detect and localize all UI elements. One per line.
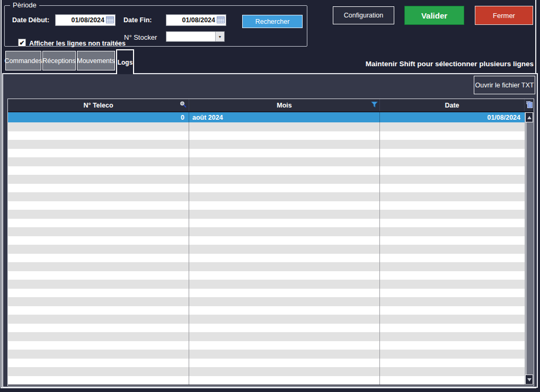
tab-mouvements[interactable]: Mouvements bbox=[77, 51, 115, 70]
table-row-empty[interactable] bbox=[8, 262, 525, 271]
scroll-up-button[interactable] bbox=[525, 112, 533, 122]
table-cell bbox=[380, 122, 525, 131]
table-row-empty[interactable] bbox=[8, 245, 525, 254]
afficher-checkbox[interactable]: ✔ bbox=[18, 39, 26, 47]
grid-corner[interactable] bbox=[525, 99, 534, 111]
table-cell bbox=[8, 140, 189, 149]
column-header-date[interactable]: Date bbox=[380, 99, 525, 111]
calendar-icon[interactable] bbox=[217, 16, 225, 25]
table-cell bbox=[189, 210, 380, 219]
table-cell bbox=[189, 140, 380, 149]
table-row-empty[interactable] bbox=[8, 350, 525, 359]
table-cell bbox=[8, 219, 189, 228]
table-cell bbox=[189, 359, 380, 368]
table-cell bbox=[189, 166, 380, 175]
table-cell bbox=[8, 122, 189, 131]
table-cell bbox=[8, 157, 189, 166]
table-cell bbox=[380, 184, 525, 193]
table-row-empty[interactable] bbox=[8, 131, 525, 140]
table-row-empty[interactable] bbox=[8, 280, 525, 289]
table-cell bbox=[380, 192, 525, 201]
table-row-empty[interactable] bbox=[8, 367, 525, 376]
table-cell bbox=[380, 131, 525, 140]
table-row-empty[interactable] bbox=[8, 324, 525, 333]
table-row-empty[interactable] bbox=[8, 219, 525, 228]
table-cell bbox=[189, 184, 380, 193]
fermer-button[interactable]: Fermer bbox=[475, 6, 533, 25]
table-cell bbox=[189, 236, 380, 245]
table-row-empty[interactable] bbox=[8, 122, 525, 131]
table-cell bbox=[8, 271, 189, 280]
column-header-label: Date bbox=[445, 102, 459, 109]
column-header-label: N° Teleco bbox=[83, 102, 113, 109]
column-header-mois[interactable]: Mois bbox=[189, 99, 380, 111]
open-txt-button[interactable]: Ouvrir le fichier TXT bbox=[474, 76, 535, 94]
table-row-empty[interactable] bbox=[8, 332, 525, 341]
configuration-button[interactable]: Configuration bbox=[333, 6, 394, 24]
search-icon[interactable] bbox=[180, 101, 187, 110]
table-row-empty[interactable] bbox=[8, 166, 525, 175]
date-fin-input[interactable]: 01/08/2024 bbox=[166, 14, 226, 26]
tab-receptions[interactable]: Réceptions bbox=[42, 51, 76, 70]
table-cell bbox=[8, 175, 189, 184]
calendar-icon[interactable] bbox=[106, 16, 114, 25]
table-row-empty[interactable] bbox=[8, 271, 525, 280]
table-cell bbox=[189, 306, 380, 315]
date-debut-value: 01/08/2024 bbox=[71, 16, 104, 24]
table-row-empty[interactable] bbox=[8, 149, 525, 158]
table-row-empty[interactable] bbox=[8, 254, 525, 263]
stocker-dropdown[interactable]: ▼ bbox=[166, 31, 225, 42]
table-row-empty[interactable] bbox=[8, 192, 525, 201]
table-cell bbox=[8, 131, 189, 140]
table-cell bbox=[8, 262, 189, 271]
table-cell bbox=[189, 271, 380, 280]
filter-icon[interactable] bbox=[371, 101, 378, 109]
table-row-empty[interactable] bbox=[8, 227, 525, 236]
table-cell bbox=[380, 341, 525, 350]
table-cell bbox=[8, 341, 189, 350]
table-row-empty[interactable] bbox=[8, 289, 525, 298]
logs-grid: N° Teleco Mois bbox=[7, 99, 534, 386]
table-cell bbox=[189, 297, 380, 306]
table-row-empty[interactable] bbox=[8, 210, 525, 219]
table-cell bbox=[380, 297, 525, 306]
table-row-empty[interactable] bbox=[8, 140, 525, 149]
table-cell bbox=[8, 359, 189, 368]
tab-commandes[interactable]: Commandes bbox=[5, 51, 41, 70]
table-row-empty[interactable] bbox=[8, 184, 525, 193]
table-cell bbox=[380, 245, 525, 254]
table-row-empty[interactable] bbox=[8, 175, 525, 184]
date-debut-input[interactable]: 01/08/2024 bbox=[55, 14, 116, 26]
date-debut-label: Date Début: bbox=[12, 16, 49, 24]
valider-button[interactable]: Valider bbox=[404, 6, 464, 25]
chevron-down-icon[interactable]: ▼ bbox=[215, 32, 224, 41]
table-cell bbox=[189, 254, 380, 263]
table-row-empty[interactable] bbox=[8, 236, 525, 245]
tab-logs[interactable]: Logs bbox=[116, 49, 134, 74]
arrow-up-icon bbox=[527, 116, 532, 119]
table-row-empty[interactable] bbox=[8, 306, 525, 315]
table-cell bbox=[8, 201, 189, 210]
table-cell bbox=[8, 210, 189, 219]
table-row-empty[interactable] bbox=[8, 359, 525, 368]
table-cell bbox=[380, 149, 525, 158]
table-cell bbox=[380, 324, 525, 333]
table-row-empty[interactable] bbox=[8, 376, 525, 385]
vertical-scrollbar[interactable] bbox=[525, 112, 534, 385]
table-row-selected[interactable]: 0 août 2024 01/08/2024 bbox=[8, 112, 525, 122]
table-row-empty[interactable] bbox=[8, 297, 525, 306]
table-cell bbox=[380, 289, 525, 298]
scroll-down-button[interactable] bbox=[525, 375, 533, 385]
table-cell bbox=[380, 219, 525, 228]
periode-groupbox: Pèriode Date Début: 01/08/2024 Date Fin:… bbox=[4, 5, 307, 47]
table-cell bbox=[380, 254, 525, 263]
column-chooser-icon[interactable] bbox=[526, 101, 533, 110]
table-row-empty[interactable] bbox=[8, 201, 525, 210]
table-row-empty[interactable] bbox=[8, 157, 525, 166]
table-row-empty[interactable] bbox=[8, 315, 525, 324]
table-cell bbox=[8, 254, 189, 263]
table-cell bbox=[189, 332, 380, 341]
table-row-empty[interactable] bbox=[8, 341, 525, 350]
afficher-checkbox-label: Afficher les lignes non traitées bbox=[29, 40, 126, 47]
column-header-nteleco[interactable]: N° Teleco bbox=[8, 99, 189, 111]
